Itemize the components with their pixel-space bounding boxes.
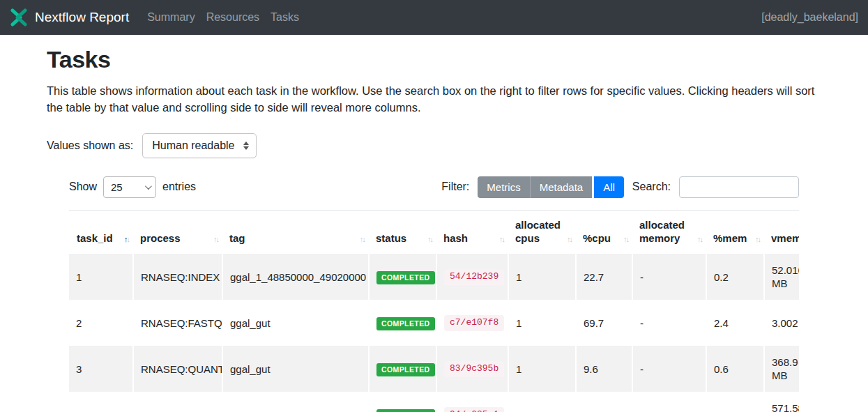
- column-header-process[interactable]: process ↑↓: [132, 211, 222, 254]
- values-shown-value: Human readable: [152, 139, 234, 152]
- run-name: [deadly_baekeland]: [761, 11, 858, 24]
- column-header-allocated-cpus[interactable]: allocated cpus ↑↓: [508, 211, 575, 254]
- table-row: 3 RNASEQ:QUANT ggal_gut COMPLETED 83/9c3…: [69, 346, 799, 392]
- column-header-cpu-pct[interactable]: %cpu ↑↓: [575, 211, 632, 254]
- nav-link-resources[interactable]: Resources: [201, 11, 265, 24]
- sort-icon: ↑↓: [360, 235, 365, 245]
- cell-status: COMPLETED: [368, 346, 436, 392]
- cell-mem-pct: 0.6: [706, 346, 763, 392]
- cell-allocated-cpus: 1: [508, 254, 575, 300]
- cell-cpu-pct: 9.6: [575, 346, 632, 392]
- entries-label: entries: [162, 181, 196, 193]
- sort-icon: ↑↓: [567, 235, 572, 245]
- values-shown-row: Values shown as: Human readable: [47, 133, 821, 158]
- sort-icon: ↑↓: [623, 235, 628, 245]
- sort-icon: ↑↓: [427, 235, 432, 245]
- nav-links: Summary Resources Tasks: [142, 11, 305, 24]
- values-shown-select[interactable]: Human readable: [142, 133, 256, 158]
- filter-search-controls: Filter: Metrics Metadata All Search:: [441, 176, 799, 198]
- datatable-section: Show 25 entries Filter: Metrics Metadata…: [69, 176, 799, 412]
- nav-link-tasks[interactable]: Tasks: [265, 11, 305, 24]
- cell-tag: -: [222, 392, 368, 412]
- values-shown-label: Values shown as:: [47, 139, 133, 152]
- cell-allocated-memory: -: [632, 392, 706, 412]
- table-controls: Show 25 entries Filter: Metrics Metadata…: [69, 176, 799, 198]
- cell-allocated-memory: -: [632, 254, 706, 300]
- column-header-allocated-memory[interactable]: allocated memory ↑↓: [632, 211, 706, 254]
- cell-vmem: 368.9 MB: [763, 346, 799, 392]
- entries-value: 25: [111, 181, 123, 193]
- chevron-down-icon: [145, 183, 152, 190]
- cell-allocated-memory: -: [632, 346, 706, 392]
- hash-chip: 94/c235e1: [444, 407, 504, 412]
- entries-select[interactable]: 25: [103, 176, 156, 198]
- sort-icon: ↑↓: [213, 235, 218, 245]
- status-badge: COMPLETED: [376, 317, 435, 331]
- header-row: task_id ↑↓ process ↑↓ tag ↑↓ status: [69, 211, 799, 254]
- cell-status: COMPLETED: [368, 254, 436, 300]
- cell-hash: 83/9c395b: [436, 346, 508, 392]
- cell-process: MULTIQC: [132, 392, 222, 412]
- sort-icon: ↑↓: [755, 235, 760, 245]
- search-label: Search:: [632, 181, 671, 193]
- filter-label: Filter:: [441, 181, 469, 193]
- sort-icon: ↑↓: [697, 235, 702, 245]
- entries-control: Show 25 entries: [69, 176, 196, 198]
- cell-vmem: 52.016 MB: [763, 254, 799, 300]
- tasks-table-wrapper[interactable]: task_id ↑↓ process ↑↓ tag ↑↓ status: [69, 210, 799, 412]
- cell-vmem: 571.58 MB: [763, 392, 799, 412]
- column-header-task-id[interactable]: task_id ↑↓: [69, 211, 132, 254]
- status-badge: COMPLETED: [376, 409, 435, 412]
- brand-title: Nextflow Report: [35, 10, 129, 25]
- cell-tag: ggal_gut: [222, 300, 368, 346]
- select-updown-icon: [243, 142, 249, 150]
- status-badge: COMPLETED: [376, 363, 435, 377]
- cell-process: RNASEQ:QUANT: [132, 346, 222, 392]
- cell-status: COMPLETED: [368, 300, 436, 346]
- brand[interactable]: Nextflow Report: [10, 8, 129, 26]
- tasks-table: task_id ↑↓ process ↑↓ tag ↑↓ status: [69, 211, 799, 412]
- cell-task-id: 3: [69, 346, 132, 392]
- cell-tag: ggal_1_48850000_49020000: [222, 254, 368, 300]
- column-header-vmem[interactable]: vmem ↑↓: [763, 211, 799, 254]
- column-header-tag[interactable]: tag ↑↓: [222, 211, 368, 254]
- cell-process: RNASEQ:FASTQC: [132, 300, 222, 346]
- hash-chip: 54/12b239: [444, 269, 504, 285]
- cell-task-id: 1: [69, 254, 132, 300]
- filter-button-group: Metrics Metadata All: [478, 176, 624, 198]
- column-header-mem-pct[interactable]: %mem ↑↓: [706, 211, 763, 254]
- hash-chip: 83/9c395b: [444, 361, 504, 377]
- filter-all-button[interactable]: All: [594, 176, 624, 198]
- cell-mem-pct: 0.2: [706, 254, 763, 300]
- cell-hash: c7/e107f8: [436, 300, 508, 346]
- cell-status: COMPLETED: [368, 392, 436, 412]
- cell-mem-pct: 1.4: [706, 392, 763, 412]
- cell-hash: 94/c235e1: [436, 392, 508, 412]
- column-header-status[interactable]: status ↑↓: [368, 211, 436, 254]
- search-input[interactable]: [679, 176, 799, 198]
- cell-hash: 54/12b239: [436, 254, 508, 300]
- content: Tasks This table shows information about…: [0, 35, 868, 412]
- table-row: 1 RNASEQ:INDEX ggal_1_48850000_49020000 …: [69, 254, 799, 300]
- nav-link-summary[interactable]: Summary: [142, 11, 200, 24]
- cell-cpu-pct: 42.8: [575, 392, 632, 412]
- cell-vmem: 3.002: [763, 300, 799, 346]
- cell-allocated-cpus: 1: [508, 346, 575, 392]
- page-title: Tasks: [47, 46, 821, 73]
- table-row: 4 MULTIQC - COMPLETED 94/c235e1 1 42.8 -…: [69, 392, 799, 412]
- cell-allocated-cpus: 1: [508, 392, 575, 412]
- cell-cpu-pct: 69.7: [575, 300, 632, 346]
- cell-task-id: 4: [69, 392, 132, 412]
- column-header-hash[interactable]: hash ↑↓: [436, 211, 508, 254]
- filter-metrics-button[interactable]: Metrics: [478, 176, 529, 198]
- show-label: Show: [69, 181, 97, 193]
- sort-icon: ↑↓: [499, 235, 504, 245]
- cell-tag: ggal_gut: [222, 346, 368, 392]
- navbar: Nextflow Report Summary Resources Tasks …: [0, 0, 868, 35]
- table-row: 2 RNASEQ:FASTQC ggal_gut COMPLETED c7/e1…: [69, 300, 799, 346]
- status-badge: COMPLETED: [376, 271, 435, 285]
- nextflow-logo: [10, 8, 28, 26]
- filter-metadata-button[interactable]: Metadata: [530, 176, 593, 198]
- cell-task-id: 2: [69, 300, 132, 346]
- hash-chip: c7/e107f8: [444, 315, 504, 331]
